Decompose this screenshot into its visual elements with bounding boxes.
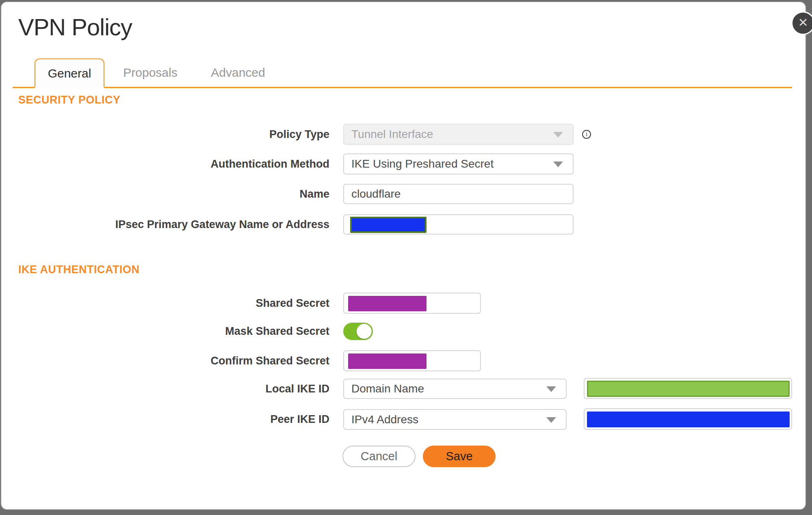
shared-secret-input[interactable] xyxy=(343,293,481,314)
local-ike-id-label: Local IKE ID xyxy=(1,379,329,399)
policy-type-label: Policy Type xyxy=(1,124,329,145)
tab-general[interactable]: General xyxy=(35,58,104,88)
name-input[interactable]: cloudflare xyxy=(343,184,574,204)
vpn-policy-dialog: VPN Policy General Proposals Advanced SE… xyxy=(0,1,806,510)
authentication-method-value: IKE Using Preshared Secret xyxy=(351,157,494,170)
peer-ike-id-value: IPv4 Address xyxy=(351,413,418,426)
info-icon[interactable]: i xyxy=(582,130,591,139)
save-button[interactable]: Save xyxy=(423,446,496,467)
gateway-redaction-box xyxy=(350,217,427,233)
confirm-shared-secret-label: Confirm Shared Secret xyxy=(1,350,329,371)
dialog-title: VPN Policy xyxy=(18,13,132,41)
chevron-down-icon xyxy=(553,162,563,167)
local-ike-id-value: Domain Name xyxy=(351,382,424,395)
mask-shared-secret-toggle[interactable] xyxy=(343,323,373,340)
confirm-shared-secret-redaction-box xyxy=(348,353,427,369)
toggle-knob xyxy=(357,324,372,339)
peer-ike-id-redaction-box xyxy=(587,412,790,427)
tab-proposals[interactable]: Proposals xyxy=(116,58,185,87)
tab-advanced[interactable]: Advanced xyxy=(204,58,273,87)
gateway-input[interactable] xyxy=(343,214,574,235)
shared-secret-label: Shared Secret xyxy=(1,293,329,314)
local-ike-id-redaction-box xyxy=(587,381,790,397)
shared-secret-redaction-box xyxy=(348,296,427,311)
peer-ike-id-select[interactable]: IPv4 Address xyxy=(343,409,567,430)
mask-shared-secret-label: Mask Shared Secret xyxy=(1,323,329,340)
gateway-label: IPsec Primary Gateway Name or Address xyxy=(1,214,329,235)
name-value: cloudflare xyxy=(351,187,401,200)
local-ike-id-value-input[interactable] xyxy=(584,378,792,399)
confirm-shared-secret-input[interactable] xyxy=(343,350,481,371)
policy-type-select[interactable]: Tunnel Interface xyxy=(343,124,574,145)
chevron-down-icon xyxy=(546,417,556,423)
authentication-method-select[interactable]: IKE Using Preshared Secret xyxy=(343,153,574,175)
chevron-down-icon xyxy=(546,386,556,392)
close-icon[interactable]: ✕ xyxy=(791,11,812,35)
screen: VPN Policy General Proposals Advanced SE… xyxy=(0,0,812,515)
local-ike-id-select[interactable]: Domain Name xyxy=(343,379,567,399)
peer-ike-id-label: Peer IKE ID xyxy=(1,409,329,430)
chevron-down-icon xyxy=(553,132,563,138)
authentication-method-label: Authentication Method xyxy=(1,153,329,175)
policy-type-value: Tunnel Interface xyxy=(351,128,433,141)
cancel-button[interactable]: Cancel xyxy=(342,446,416,467)
section-ike-authentication: IKE AUTHENTICATION xyxy=(18,263,140,276)
tab-bar: General Proposals Advanced xyxy=(13,58,792,88)
peer-ike-id-value-input[interactable] xyxy=(584,408,792,430)
name-label: Name xyxy=(1,184,329,204)
section-security-policy: SECURITY POLICY xyxy=(18,94,121,106)
